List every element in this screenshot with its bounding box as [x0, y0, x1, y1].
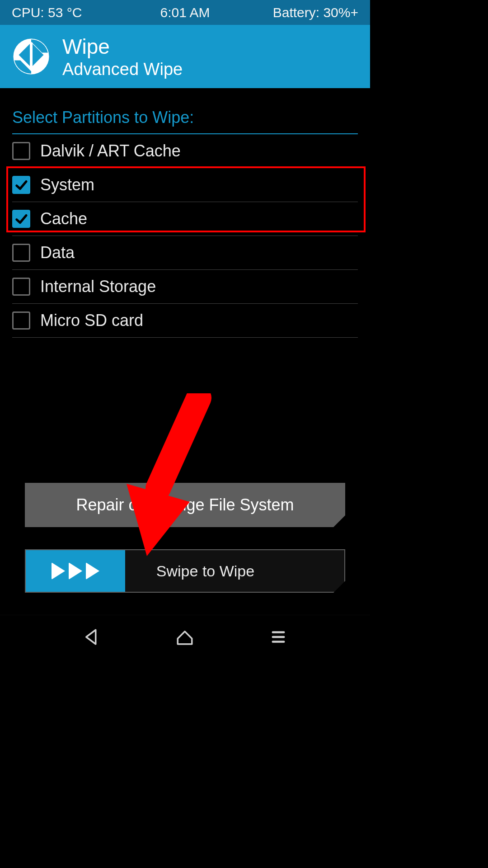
partition-row-internal[interactable]: Internal Storage: [12, 270, 358, 304]
swipe-label: Swipe to Wipe: [116, 562, 254, 580]
twrp-logo-icon: [12, 37, 51, 76]
partition-label: Internal Storage: [40, 277, 156, 296]
partition-row-data[interactable]: Data: [12, 236, 358, 270]
checkbox-cache[interactable]: [12, 210, 30, 228]
status-cpu: CPU: 53 °C: [12, 5, 82, 20]
partition-label: Data: [40, 243, 75, 262]
checkbox-dalvik[interactable]: [12, 142, 30, 160]
swipe-knob[interactable]: [26, 550, 125, 592]
checkbox-internal[interactable]: [12, 278, 30, 296]
status-time: 6:01 AM: [160, 5, 210, 20]
partition-label: System: [40, 175, 94, 194]
partition-label: Dalvik / ART Cache: [40, 142, 181, 160]
status-battery: Battery: 30%+: [273, 5, 358, 20]
checkbox-system[interactable]: [12, 176, 30, 194]
partition-row-dalvik[interactable]: Dalvik / ART Cache: [12, 134, 358, 168]
partition-label: Cache: [40, 209, 87, 228]
repair-change-fs-button[interactable]: Repair or Change File System: [25, 483, 345, 527]
nav-bar: [0, 615, 370, 658]
checkbox-microsd[interactable]: [12, 311, 30, 330]
nav-back-icon[interactable]: [79, 624, 104, 650]
chevron-right-icon: [69, 562, 82, 580]
chevron-right-icon: [52, 562, 65, 580]
partition-row-system[interactable]: System: [12, 168, 358, 202]
swipe-track[interactable]: Swipe to Wipe: [25, 549, 345, 593]
checkbox-data[interactable]: [12, 244, 30, 262]
nav-home-icon[interactable]: [172, 624, 197, 650]
main-content: Select Partitions to Wipe: Dalvik / ART …: [0, 88, 370, 615]
partition-row-cache[interactable]: Cache: [12, 202, 358, 236]
chevron-right-icon: [86, 562, 99, 580]
nav-menu-icon[interactable]: [266, 624, 291, 650]
partition-list: Dalvik / ART Cache System Cache Data Int…: [12, 134, 358, 338]
partition-row-microsd[interactable]: Micro SD card: [12, 304, 358, 338]
section-label: Select Partitions to Wipe:: [12, 108, 358, 134]
status-bar: CPU: 53 °C 6:01 AM Battery: 30%+: [0, 0, 370, 25]
partition-label: Micro SD card: [40, 311, 143, 330]
page-title: Wipe: [62, 36, 183, 57]
app-header: Wipe Advanced Wipe: [0, 25, 370, 88]
swipe-slider[interactable]: Swipe to Wipe: [25, 549, 345, 593]
page-subtitle: Advanced Wipe: [62, 60, 183, 79]
